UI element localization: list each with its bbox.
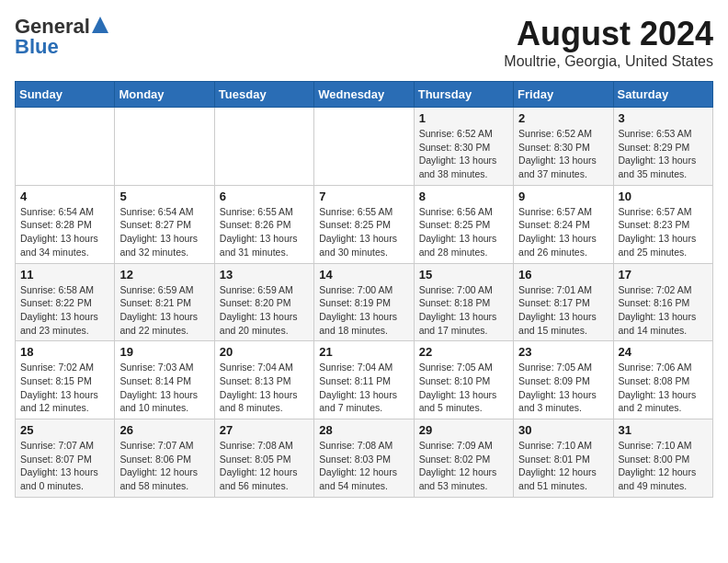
day-info: Sunrise: 7:07 AM Sunset: 8:06 PM Dayligh… xyxy=(119,439,209,493)
day-number: 6 xyxy=(220,190,309,203)
calendar-day-cell: 2Sunrise: 6:52 AM Sunset: 8:30 PM Daylig… xyxy=(514,108,613,186)
day-info: Sunrise: 7:03 AM Sunset: 8:14 PM Dayligh… xyxy=(119,361,209,415)
day-number: 20 xyxy=(220,345,309,359)
day-number: 23 xyxy=(518,345,608,359)
day-number: 1 xyxy=(419,111,508,125)
day-info: Sunrise: 7:05 AM Sunset: 8:10 PM Dayligh… xyxy=(419,361,508,415)
calendar-day-cell: 28Sunrise: 7:08 AM Sunset: 8:03 PM Dayli… xyxy=(314,419,414,498)
day-info: Sunrise: 6:54 AM Sunset: 8:27 PM Dayligh… xyxy=(119,205,209,259)
day-header-monday: Monday xyxy=(115,82,214,108)
day-info: Sunrise: 7:02 AM Sunset: 8:16 PM Dayligh… xyxy=(619,283,708,338)
day-number: 24 xyxy=(619,345,708,359)
calendar-day-cell: 30Sunrise: 7:10 AM Sunset: 8:01 PM Dayli… xyxy=(514,419,613,498)
day-number: 4 xyxy=(20,190,109,203)
day-number: 9 xyxy=(518,190,608,203)
day-number: 29 xyxy=(419,423,508,437)
day-info: Sunrise: 7:09 AM Sunset: 8:02 PM Dayligh… xyxy=(419,439,508,493)
day-number: 18 xyxy=(20,345,109,359)
calendar-day-cell: 3Sunrise: 6:53 AM Sunset: 8:29 PM Daylig… xyxy=(613,108,712,186)
calendar-day-cell: 4Sunrise: 6:54 AM Sunset: 8:28 PM Daylig… xyxy=(16,185,115,263)
calendar-week-row: 11Sunrise: 6:58 AM Sunset: 8:22 PM Dayli… xyxy=(16,263,713,341)
calendar-day-cell: 17Sunrise: 7:02 AM Sunset: 8:16 PM Dayli… xyxy=(613,263,712,341)
calendar-table: SundayMondayTuesdayWednesdayThursdayFrid… xyxy=(15,81,713,498)
calendar-day-cell: 21Sunrise: 7:04 AM Sunset: 8:11 PM Dayli… xyxy=(314,341,414,419)
day-number: 2 xyxy=(518,111,608,125)
calendar-day-cell: 25Sunrise: 7:07 AM Sunset: 8:07 PM Dayli… xyxy=(16,419,115,498)
calendar-day-cell: 24Sunrise: 7:06 AM Sunset: 8:08 PM Dayli… xyxy=(613,341,712,419)
empty-cell xyxy=(16,108,115,186)
calendar-day-cell: 22Sunrise: 7:05 AM Sunset: 8:10 PM Dayli… xyxy=(414,341,513,419)
page-subtitle: Moultrie, Georgia, United States xyxy=(504,53,713,70)
day-info: Sunrise: 7:10 AM Sunset: 8:00 PM Dayligh… xyxy=(619,439,708,493)
day-number: 21 xyxy=(319,345,408,359)
day-number: 25 xyxy=(20,423,109,437)
calendar-day-cell: 9Sunrise: 6:57 AM Sunset: 8:24 PM Daylig… xyxy=(514,185,613,263)
day-number: 28 xyxy=(319,423,408,437)
calendar-day-cell: 6Sunrise: 6:55 AM Sunset: 8:26 PM Daylig… xyxy=(214,185,313,263)
calendar-day-cell: 27Sunrise: 7:08 AM Sunset: 8:05 PM Dayli… xyxy=(214,419,313,498)
day-number: 14 xyxy=(319,268,408,282)
day-info: Sunrise: 7:01 AM Sunset: 8:17 PM Dayligh… xyxy=(518,283,608,338)
calendar-day-cell: 5Sunrise: 6:54 AM Sunset: 8:27 PM Daylig… xyxy=(115,185,214,263)
day-number: 27 xyxy=(220,423,309,437)
empty-cell xyxy=(115,108,214,186)
day-number: 26 xyxy=(119,423,209,437)
calendar-day-cell: 20Sunrise: 7:04 AM Sunset: 8:13 PM Dayli… xyxy=(214,341,313,419)
calendar-week-row: 18Sunrise: 7:02 AM Sunset: 8:15 PM Dayli… xyxy=(16,341,713,419)
day-info: Sunrise: 6:59 AM Sunset: 8:21 PM Dayligh… xyxy=(119,283,209,338)
day-number: 10 xyxy=(619,190,708,203)
empty-cell xyxy=(214,108,313,186)
day-info: Sunrise: 7:04 AM Sunset: 8:11 PM Dayligh… xyxy=(319,361,408,415)
day-header-thursday: Thursday xyxy=(414,82,513,108)
day-header-tuesday: Tuesday xyxy=(214,82,313,108)
calendar-day-cell: 31Sunrise: 7:10 AM Sunset: 8:00 PM Dayli… xyxy=(613,419,712,498)
day-number: 17 xyxy=(619,268,708,282)
day-info: Sunrise: 6:53 AM Sunset: 8:29 PM Dayligh… xyxy=(619,127,708,181)
day-info: Sunrise: 6:56 AM Sunset: 8:25 PM Dayligh… xyxy=(419,205,508,259)
calendar-day-cell: 18Sunrise: 7:02 AM Sunset: 8:15 PM Dayli… xyxy=(16,341,115,419)
day-info: Sunrise: 6:57 AM Sunset: 8:24 PM Dayligh… xyxy=(518,205,608,259)
day-info: Sunrise: 6:52 AM Sunset: 8:30 PM Dayligh… xyxy=(419,127,508,181)
day-number: 12 xyxy=(119,268,209,282)
calendar-day-cell: 11Sunrise: 6:58 AM Sunset: 8:22 PM Dayli… xyxy=(16,263,115,341)
calendar-day-cell: 23Sunrise: 7:05 AM Sunset: 8:09 PM Dayli… xyxy=(514,341,613,419)
day-info: Sunrise: 6:59 AM Sunset: 8:20 PM Dayligh… xyxy=(220,283,309,338)
calendar-week-row: 25Sunrise: 7:07 AM Sunset: 8:07 PM Dayli… xyxy=(16,419,713,498)
day-info: Sunrise: 6:55 AM Sunset: 8:25 PM Dayligh… xyxy=(319,205,408,259)
day-number: 19 xyxy=(119,345,209,359)
title-area: August 2024 Moultrie, Georgia, United St… xyxy=(504,15,713,70)
calendar-day-cell: 13Sunrise: 6:59 AM Sunset: 8:20 PM Dayli… xyxy=(214,263,313,341)
day-info: Sunrise: 6:55 AM Sunset: 8:26 PM Dayligh… xyxy=(220,205,309,259)
day-header-saturday: Saturday xyxy=(613,82,712,108)
calendar-week-row: 1Sunrise: 6:52 AM Sunset: 8:30 PM Daylig… xyxy=(16,108,713,186)
calendar-day-cell: 19Sunrise: 7:03 AM Sunset: 8:14 PM Dayli… xyxy=(115,341,214,419)
day-info: Sunrise: 6:52 AM Sunset: 8:30 PM Dayligh… xyxy=(518,127,608,181)
day-info: Sunrise: 7:08 AM Sunset: 8:03 PM Dayligh… xyxy=(319,439,408,493)
day-number: 3 xyxy=(619,111,708,125)
page-header: General Blue August 2024 Moultrie, Georg… xyxy=(15,15,713,70)
day-info: Sunrise: 7:02 AM Sunset: 8:15 PM Dayligh… xyxy=(20,361,109,415)
day-info: Sunrise: 7:10 AM Sunset: 8:01 PM Dayligh… xyxy=(518,439,608,493)
calendar-week-row: 4Sunrise: 6:54 AM Sunset: 8:28 PM Daylig… xyxy=(16,185,713,263)
day-header-friday: Friday xyxy=(514,82,613,108)
calendar-day-cell: 7Sunrise: 6:55 AM Sunset: 8:25 PM Daylig… xyxy=(314,185,414,263)
day-info: Sunrise: 7:00 AM Sunset: 8:18 PM Dayligh… xyxy=(419,283,508,338)
calendar-day-cell: 26Sunrise: 7:07 AM Sunset: 8:06 PM Dayli… xyxy=(115,419,214,498)
day-header-wednesday: Wednesday xyxy=(314,82,414,108)
logo-blue: Blue xyxy=(15,35,59,59)
calendar-header-row: SundayMondayTuesdayWednesdayThursdayFrid… xyxy=(16,82,713,108)
day-number: 31 xyxy=(619,423,708,437)
day-info: Sunrise: 6:54 AM Sunset: 8:28 PM Dayligh… xyxy=(20,205,109,259)
day-info: Sunrise: 6:57 AM Sunset: 8:23 PM Dayligh… xyxy=(619,205,708,259)
day-number: 8 xyxy=(419,190,508,203)
page-title: August 2024 xyxy=(504,15,713,53)
calendar-day-cell: 8Sunrise: 6:56 AM Sunset: 8:25 PM Daylig… xyxy=(414,185,513,263)
calendar-day-cell: 16Sunrise: 7:01 AM Sunset: 8:17 PM Dayli… xyxy=(514,263,613,341)
day-number: 11 xyxy=(20,268,109,282)
day-info: Sunrise: 7:06 AM Sunset: 8:08 PM Dayligh… xyxy=(619,361,708,415)
day-number: 15 xyxy=(419,268,508,282)
day-info: Sunrise: 7:00 AM Sunset: 8:19 PM Dayligh… xyxy=(319,283,408,338)
calendar-day-cell: 1Sunrise: 6:52 AM Sunset: 8:30 PM Daylig… xyxy=(414,108,513,186)
calendar-day-cell: 10Sunrise: 6:57 AM Sunset: 8:23 PM Dayli… xyxy=(613,185,712,263)
day-number: 7 xyxy=(319,190,408,203)
